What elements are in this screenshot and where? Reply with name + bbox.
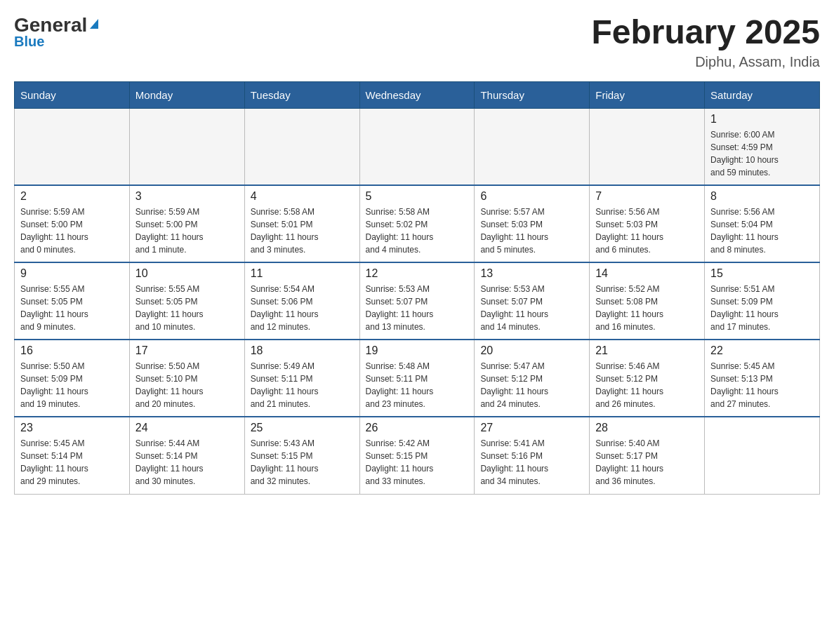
calendar-header-row: SundayMondayTuesdayWednesdayThursdayFrid… [15,81,820,108]
day-info: Sunrise: 5:43 AM Sunset: 5:15 PM Dayligh… [251,437,354,488]
day-number: 22 [710,344,814,357]
calendar-cell [244,108,359,185]
day-number: 26 [366,422,469,434]
day-number: 10 [135,267,239,280]
day-info: Sunrise: 5:40 AM Sunset: 5:17 PM Dayligh… [595,437,699,488]
header-wednesday: Wednesday [359,81,475,108]
day-info: Sunrise: 5:44 AM Sunset: 5:14 PM Dayligh… [135,437,239,488]
day-number: 25 [251,422,354,434]
calendar-title: February 2025 [591,14,820,51]
day-info: Sunrise: 5:45 AM Sunset: 5:14 PM Dayligh… [20,437,124,488]
logo-blue: Blue [14,34,44,50]
day-info: Sunrise: 5:55 AM Sunset: 5:05 PM Dayligh… [20,283,124,333]
day-number: 24 [135,422,239,434]
calendar-cell: 17Sunrise: 5:50 AM Sunset: 5:10 PM Dayli… [129,340,244,417]
day-info: Sunrise: 5:50 AM Sunset: 5:09 PM Dayligh… [20,360,124,410]
calendar-cell [590,108,705,185]
day-info: Sunrise: 5:53 AM Sunset: 5:07 PM Dayligh… [480,283,583,333]
calendar-cell: 14Sunrise: 5:52 AM Sunset: 5:08 PM Dayli… [590,262,705,340]
calendar-cell: 25Sunrise: 5:43 AM Sunset: 5:15 PM Dayli… [244,417,359,494]
header-thursday: Thursday [475,81,590,108]
calendar-cell: 10Sunrise: 5:55 AM Sunset: 5:05 PM Dayli… [129,262,244,340]
calendar-table: SundayMondayTuesdayWednesdayThursdayFrid… [14,81,820,495]
day-info: Sunrise: 5:46 AM Sunset: 5:12 PM Dayligh… [595,360,699,410]
day-info: Sunrise: 5:57 AM Sunset: 5:03 PM Dayligh… [480,206,583,256]
day-number: 9 [20,267,124,280]
day-info: Sunrise: 5:42 AM Sunset: 5:15 PM Dayligh… [366,437,469,488]
calendar-cell [359,108,475,185]
header-tuesday: Tuesday [244,81,359,108]
day-info: Sunrise: 5:56 AM Sunset: 5:04 PM Dayligh… [710,206,814,256]
day-number: 21 [595,344,699,357]
day-number: 3 [135,190,239,203]
calendar-cell: 27Sunrise: 5:41 AM Sunset: 5:16 PM Dayli… [475,417,590,494]
calendar-cell: 1Sunrise: 6:00 AM Sunset: 4:59 PM Daylig… [705,108,820,185]
calendar-cell: 23Sunrise: 5:45 AM Sunset: 5:14 PM Dayli… [15,417,130,494]
day-number: 1 [710,113,814,126]
day-number: 19 [366,344,469,357]
calendar-cell: 16Sunrise: 5:50 AM Sunset: 5:09 PM Dayli… [15,340,130,417]
calendar-week-2: 2Sunrise: 5:59 AM Sunset: 5:00 PM Daylig… [15,185,820,262]
calendar-cell [129,108,244,185]
calendar-cell [705,417,820,494]
calendar-cell: 24Sunrise: 5:44 AM Sunset: 5:14 PM Dayli… [129,417,244,494]
day-number: 14 [595,267,699,280]
day-info: Sunrise: 5:50 AM Sunset: 5:10 PM Dayligh… [135,360,239,410]
header-friday: Friday [590,81,705,108]
day-info: Sunrise: 5:59 AM Sunset: 5:00 PM Dayligh… [20,206,124,256]
calendar-cell: 11Sunrise: 5:54 AM Sunset: 5:06 PM Dayli… [244,262,359,340]
calendar-cell: 15Sunrise: 5:51 AM Sunset: 5:09 PM Dayli… [705,262,820,340]
day-info: Sunrise: 5:49 AM Sunset: 5:11 PM Dayligh… [251,360,354,410]
day-number: 17 [135,344,239,357]
calendar-cell: 22Sunrise: 5:45 AM Sunset: 5:13 PM Dayli… [705,340,820,417]
day-info: Sunrise: 5:48 AM Sunset: 5:11 PM Dayligh… [366,360,469,410]
calendar-cell: 18Sunrise: 5:49 AM Sunset: 5:11 PM Dayli… [244,340,359,417]
calendar-cell: 26Sunrise: 5:42 AM Sunset: 5:15 PM Dayli… [359,417,475,494]
calendar-cell: 21Sunrise: 5:46 AM Sunset: 5:12 PM Dayli… [590,340,705,417]
calendar-week-3: 9Sunrise: 5:55 AM Sunset: 5:05 PM Daylig… [15,262,820,340]
day-number: 28 [595,422,699,434]
day-number: 13 [480,267,583,280]
title-block: February 2025 Diphu, Assam, India [591,14,820,70]
calendar-cell: 3Sunrise: 5:59 AM Sunset: 5:00 PM Daylig… [129,185,244,262]
day-info: Sunrise: 5:59 AM Sunset: 5:00 PM Dayligh… [135,206,239,256]
calendar-week-5: 23Sunrise: 5:45 AM Sunset: 5:14 PM Dayli… [15,417,820,494]
day-number: 20 [480,344,583,357]
calendar-subtitle: Diphu, Assam, India [591,54,820,70]
calendar-cell: 19Sunrise: 5:48 AM Sunset: 5:11 PM Dayli… [359,340,475,417]
day-info: Sunrise: 5:58 AM Sunset: 5:02 PM Dayligh… [366,206,469,256]
day-number: 4 [251,190,354,203]
day-info: Sunrise: 5:53 AM Sunset: 5:07 PM Dayligh… [366,283,469,333]
calendar-cell: 28Sunrise: 5:40 AM Sunset: 5:17 PM Dayli… [590,417,705,494]
calendar-cell: 13Sunrise: 5:53 AM Sunset: 5:07 PM Dayli… [475,262,590,340]
calendar-cell: 9Sunrise: 5:55 AM Sunset: 5:05 PM Daylig… [15,262,130,340]
header-monday: Monday [129,81,244,108]
day-number: 6 [480,190,583,203]
header-saturday: Saturday [705,81,820,108]
page-header: General Blue February 2025 Diphu, Assam,… [14,14,820,70]
calendar-cell: 4Sunrise: 5:58 AM Sunset: 5:01 PM Daylig… [244,185,359,262]
day-info: Sunrise: 5:58 AM Sunset: 5:01 PM Dayligh… [251,206,354,256]
day-info: Sunrise: 5:51 AM Sunset: 5:09 PM Dayligh… [710,283,814,333]
logo-triangle-icon [90,19,98,29]
calendar-cell: 5Sunrise: 5:58 AM Sunset: 5:02 PM Daylig… [359,185,475,262]
calendar-cell [15,108,130,185]
day-number: 8 [710,190,814,203]
day-info: Sunrise: 5:52 AM Sunset: 5:08 PM Dayligh… [595,283,699,333]
day-number: 27 [480,422,583,434]
header-sunday: Sunday [15,81,130,108]
calendar-cell: 6Sunrise: 5:57 AM Sunset: 5:03 PM Daylig… [475,185,590,262]
day-info: Sunrise: 5:41 AM Sunset: 5:16 PM Dayligh… [480,437,583,488]
day-number: 23 [20,422,124,434]
calendar-cell: 12Sunrise: 5:53 AM Sunset: 5:07 PM Dayli… [359,262,475,340]
day-number: 2 [20,190,124,203]
calendar-week-1: 1Sunrise: 6:00 AM Sunset: 4:59 PM Daylig… [15,108,820,185]
day-info: Sunrise: 5:54 AM Sunset: 5:06 PM Dayligh… [251,283,354,333]
day-info: Sunrise: 5:56 AM Sunset: 5:03 PM Dayligh… [595,206,699,256]
day-info: Sunrise: 6:00 AM Sunset: 4:59 PM Dayligh… [710,128,814,179]
day-info: Sunrise: 5:55 AM Sunset: 5:05 PM Dayligh… [135,283,239,333]
calendar-cell: 20Sunrise: 5:47 AM Sunset: 5:12 PM Dayli… [475,340,590,417]
calendar-week-4: 16Sunrise: 5:50 AM Sunset: 5:09 PM Dayli… [15,340,820,417]
day-number: 7 [595,190,699,203]
day-number: 12 [366,267,469,280]
